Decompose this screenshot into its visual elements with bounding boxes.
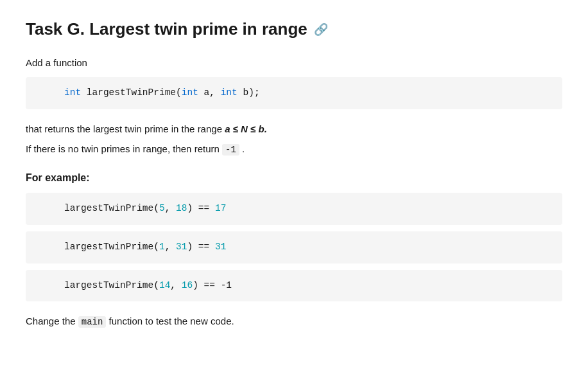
example2-close: ) [187, 242, 193, 252]
example3-close: ) [193, 280, 198, 290]
example1-comma: , [165, 203, 176, 213]
intro-text: Add a function [26, 57, 562, 68]
page-title: Task G. Largest twin prime in range 🔗 [26, 19, 562, 39]
footer-prefix: Change the [26, 316, 76, 326]
example2-arg1: 1 [159, 242, 165, 252]
examples-section: largestTwinPrime(5, 18) == 17 largestTwi… [26, 193, 562, 301]
example1-func: largestTwinPrime( [64, 203, 159, 213]
example-3: largestTwinPrime(14, 16) == -1 [26, 270, 562, 302]
example2-arg2: 31 [176, 242, 187, 252]
example2-func: largestTwinPrime( [64, 242, 159, 252]
example3-comma: , [170, 280, 181, 290]
example1-close: ) [187, 203, 193, 213]
param2-name: b); [238, 87, 260, 98]
example1-arg2: 18 [176, 203, 187, 213]
return-value: -1 [222, 144, 239, 156]
example3-op: == [198, 280, 221, 290]
desc-text1: that returns the largest twin prime in t… [26, 123, 225, 134]
footer-suffix: function to test the new code. [109, 316, 234, 326]
desc-text2: If there is no twin primes in range, the… [26, 143, 222, 154]
param2-type: int [221, 87, 238, 98]
example3-func: largestTwinPrime( [64, 280, 159, 290]
title-text: Task G. Largest twin prime in range [26, 19, 307, 39]
footer-note: Change the main function to test the new… [26, 316, 562, 327]
example1-op: == [193, 203, 215, 213]
footer-code: main [78, 316, 107, 328]
example2-result: 31 [215, 242, 226, 252]
example2-op: == [193, 242, 215, 252]
function-name: largestTwinPrime( [87, 87, 182, 98]
example-1: largestTwinPrime(5, 18) == 17 [26, 193, 562, 225]
link-icon[interactable]: 🔗 [314, 22, 328, 37]
example2-comma: , [165, 242, 176, 252]
param1-name: a, [198, 87, 221, 98]
function-signature-block: int largestTwinPrime(int a, int b); [26, 77, 562, 109]
desc-period: . [239, 143, 245, 154]
example3-result: -1 [221, 280, 232, 290]
example1-arg1: 5 [159, 203, 165, 213]
example-2: largestTwinPrime(1, 31) == 31 [26, 231, 562, 263]
example1-result: 17 [215, 203, 226, 213]
example3-arg2: 16 [182, 280, 193, 290]
param1-type: int [182, 87, 198, 98]
for-example-label: For example: [26, 172, 562, 184]
example3-arg1: 14 [159, 280, 170, 290]
description-line2: If there is no twin primes in range, the… [26, 141, 562, 158]
desc-math: a ≤ N ≤ b. [225, 123, 267, 134]
description-block: that returns the largest twin prime in t… [26, 121, 562, 158]
description-line1: that returns the largest twin prime in t… [26, 121, 562, 138]
keyword-int: int [64, 87, 81, 98]
